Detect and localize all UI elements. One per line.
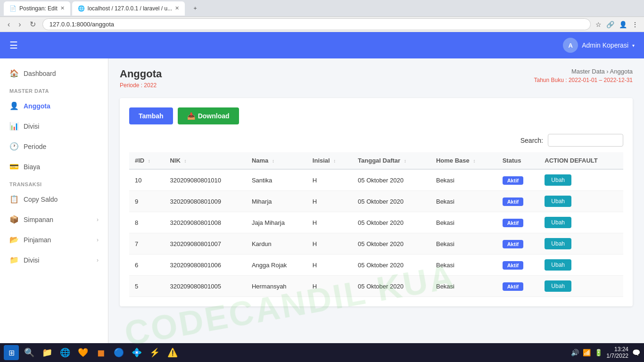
sort-nama-icon[interactable]: ↕ (272, 158, 274, 164)
col-nik: NIK ↕ (164, 152, 246, 169)
person-icon: 👤 (9, 101, 19, 110)
page-title-group: Anggota Periode : 2022 (120, 68, 162, 89)
breadcrumb-path: Master Data › Anggota (534, 68, 633, 75)
sidebar-item-biaya[interactable]: 💳 Biaya (0, 156, 108, 177)
table-row: 7 320209080801007 Kardun H 05 Oktober 20… (129, 233, 623, 255)
tahun-buku: Tahun Buku : 2022-01-01 – 2022-12-31 (534, 77, 633, 83)
sidebar-item-divisi-t[interactable]: 📁 Divisi › (0, 250, 108, 270)
url-bar[interactable]: 127.0.0.1:8000/anggota (42, 18, 591, 30)
sidebar-item-periode-label: Periode (24, 143, 46, 150)
cell-status: Aktif (497, 233, 539, 255)
search-input[interactable] (548, 134, 623, 147)
hamburger-button[interactable]: ☰ (9, 40, 18, 51)
page-header: Anggota Periode : 2022 Master Data › Ang… (120, 68, 633, 89)
cell-id: 5 (129, 276, 164, 297)
sidebar-item-anggota-label: Anggota (24, 102, 50, 110)
tab-postingan[interactable]: 📄 Postingan: Edit ✕ (4, 1, 70, 16)
cell-nama: Angga Rojak (246, 255, 307, 276)
bookmark-icon[interactable]: ☆ (595, 21, 602, 28)
forward-button[interactable]: › (17, 19, 23, 30)
sort-nik-icon[interactable]: ↕ (184, 158, 186, 164)
cell-id: 9 (129, 191, 164, 212)
tambah-button[interactable]: Tambah (129, 107, 173, 124)
sort-tanggal-icon[interactable]: ↕ (404, 158, 406, 164)
cell-nik: 320209080801010 (164, 169, 246, 191)
sidebar-section-master: MASTER DATA (0, 83, 108, 96)
profile-icon[interactable]: 👤 (619, 21, 627, 28)
cell-status: Aktif (497, 191, 539, 212)
new-tab-button[interactable]: ＋ (187, 1, 204, 16)
cell-homebase: Bekasi (430, 212, 497, 233)
col-status: Status (497, 152, 539, 169)
members-table: #ID ↕ NIK ↕ Nama ↕ Inisial (129, 152, 623, 297)
table-header: #ID ↕ NIK ↕ Nama ↕ Inisial (129, 152, 623, 169)
cell-id: 7 (129, 233, 164, 255)
back-button[interactable]: ‹ (6, 19, 12, 30)
cell-action: Ubah (539, 255, 623, 276)
divisi-icon: 📁 (9, 255, 19, 264)
refresh-button[interactable]: ↻ (28, 19, 38, 30)
sidebar-item-dashboard[interactable]: 🏠 Dashboard (0, 63, 108, 83)
user-menu[interactable]: A Admin Koperasi ▾ (563, 38, 635, 53)
sidebar-item-simpanan[interactable]: 📦 Simpanan › (0, 209, 108, 230)
download-label: Download (198, 112, 230, 120)
pinjaman-arrow-icon: › (97, 237, 99, 243)
home-icon: 🏠 (9, 69, 19, 78)
copy-icon: 📋 (9, 195, 19, 204)
cell-tanggal: 05 Oktober 2020 (352, 255, 430, 276)
cell-homebase: Bekasi (430, 233, 497, 255)
cell-tanggal: 05 Oktober 2020 (352, 191, 430, 212)
tab-localhost-close[interactable]: ✕ (175, 5, 179, 11)
extension-icon[interactable]: 🔗 (606, 21, 614, 28)
tab-localhost[interactable]: 🌐 localhost / 127.0.0.1 / laravel / u...… (72, 1, 185, 16)
sidebar-item-copy-saldo[interactable]: 📋 Copy Saldo (0, 189, 108, 209)
sidebar-item-pinjaman[interactable]: 📂 Pinjaman › (0, 230, 108, 250)
ubah-button[interactable]: Ubah (545, 196, 571, 207)
cell-inisial: H (307, 276, 352, 297)
tab-postingan-close[interactable]: ✕ (60, 5, 65, 11)
menu-icon[interactable]: ⋮ (632, 21, 638, 28)
cell-nama: Jaja Miharja (246, 212, 307, 233)
sort-homebase-icon[interactable]: ↕ (473, 158, 475, 164)
sidebar-item-pinjaman-label: Pinjaman (24, 236, 51, 244)
sidebar-item-divisi[interactable]: 📊 Divisi (0, 116, 108, 136)
sort-inisial-icon[interactable]: ↕ (333, 158, 336, 164)
cell-nama: Hermansyah (246, 276, 307, 297)
cell-action: Ubah (539, 169, 623, 191)
tab-postingan-icon: 📄 (9, 5, 17, 12)
cell-nama: Miharja (246, 191, 307, 212)
ubah-button[interactable]: Ubah (545, 174, 571, 186)
cell-id: 10 (129, 169, 164, 191)
col-inisial: Inisial ↕ (307, 152, 352, 169)
sort-id-icon[interactable]: ↕ (148, 158, 150, 164)
main-content: Anggota Periode : 2022 Master Data › Ang… (108, 58, 644, 343)
cell-inisial: H (307, 233, 352, 255)
cell-inisial: H (307, 212, 352, 233)
cell-nik: 320209080801007 (164, 233, 246, 255)
col-action: ACTION DEFAULT (539, 152, 623, 169)
download-button[interactable]: 📥 Download (178, 107, 239, 124)
sidebar-item-dashboard-label: Dashboard (24, 70, 56, 77)
simpanan-arrow-icon: › (97, 216, 99, 223)
ubah-button[interactable]: Ubah (545, 280, 571, 292)
sidebar-item-periode[interactable]: 🕐 Periode (0, 136, 108, 156)
cell-homebase: Bekasi (430, 169, 497, 191)
browser-chrome: 📄 Postingan: Edit ✕ 🌐 localhost / 127.0.… (0, 0, 644, 17)
card-icon: 💳 (9, 162, 19, 171)
ubah-button[interactable]: Ubah (545, 259, 571, 271)
ubah-button[interactable]: Ubah (545, 217, 571, 228)
sidebar-item-anggota[interactable]: 👤 Anggota (0, 96, 108, 116)
app-body: 🏠 Dashboard MASTER DATA 👤 Anggota 📊 Divi… (0, 58, 644, 343)
avatar: A (563, 38, 578, 53)
cell-nik: 320209080801009 (164, 191, 246, 212)
tab-postingan-label: Postingan: Edit (19, 5, 58, 12)
address-bar: ‹ › ↻ 127.0.0.1:8000/anggota ☆ 🔗 👤 ⋮ (0, 17, 644, 32)
ubah-button[interactable]: Ubah (545, 238, 571, 249)
user-name-label: Admin Koperasi (582, 41, 628, 49)
cell-tanggal: 05 Oktober 2020 (352, 233, 430, 255)
cell-tanggal: 05 Oktober 2020 (352, 276, 430, 297)
status-badge: Aktif (503, 219, 523, 227)
breadcrumb: Master Data › Anggota Tahun Buku : 2022-… (534, 68, 633, 83)
cell-status: Aktif (497, 212, 539, 233)
sidebar-item-divisi-label: Divisi (24, 123, 39, 130)
